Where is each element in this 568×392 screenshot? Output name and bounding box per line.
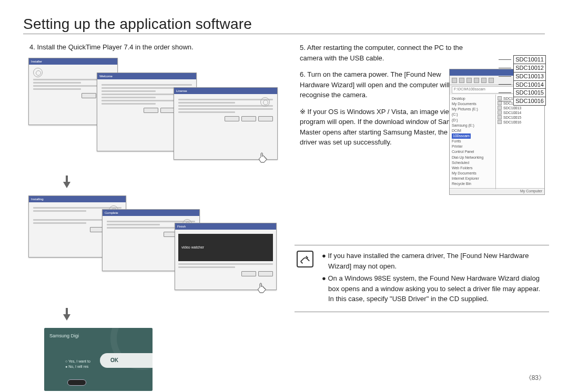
- hand-pointer-icon: [258, 152, 268, 163]
- explorer-tree-pane[interactable]: Desktop My Documents My Pictures (E:) (C…: [450, 95, 496, 189]
- installer-cascade-b: Installing Complete: [28, 195, 279, 301]
- step-6-text: 6. Turn on the camera power. The [Found …: [293, 69, 472, 100]
- file-row[interactable]: SDC10015: [498, 115, 543, 119]
- installer-ok-pill: OK: [100, 353, 153, 368]
- note-icon: [297, 251, 313, 267]
- installer-brand-label: Samsung Digi: [49, 333, 79, 338]
- info-box: ● If you have installed the camera drive…: [295, 245, 549, 312]
- step-4-text: 4. Install the QuickTime Player 7.4 in t…: [23, 43, 279, 53]
- file-callout-labels: SDC10011SDC10012SDC10013SDC10014SDC10015…: [499, 55, 546, 105]
- page-title: Setting up the application software: [23, 16, 545, 34]
- info-bullet-2: ● On a Windows 98SE system, the Found Ne…: [322, 273, 546, 304]
- page-number: 《83》: [525, 374, 545, 383]
- installer-ok-button[interactable]: [67, 379, 86, 386]
- installer-thumb-b3: Finish video watcher: [175, 223, 277, 290]
- explorer-files-pane[interactable]: SDC10011SDC10012SDC10013SDC10014SDC10015…: [496, 95, 544, 189]
- explorer-status-right: My Computer: [520, 189, 542, 194]
- installer-thumb-a3: License: [174, 87, 278, 160]
- info-bullet-1: ● If you have installed the camera drive…: [322, 251, 546, 271]
- hand-pointer-icon: [257, 282, 267, 294]
- arrow-down-icon: [63, 176, 70, 188]
- arrow-down-icon: [63, 308, 70, 321]
- installer-cascade-a: Installer Welcome: [28, 58, 279, 168]
- file-row[interactable]: SDC10016: [498, 120, 543, 124]
- file-row[interactable]: SDC10013: [498, 106, 543, 110]
- file-row[interactable]: SDC10014: [498, 110, 543, 115]
- step-5-text: 5. After restarting the computer, connec…: [293, 43, 472, 63]
- installer-complete-screen: Samsung Digi ○ Yes, I want to ● No, I wi…: [44, 328, 153, 391]
